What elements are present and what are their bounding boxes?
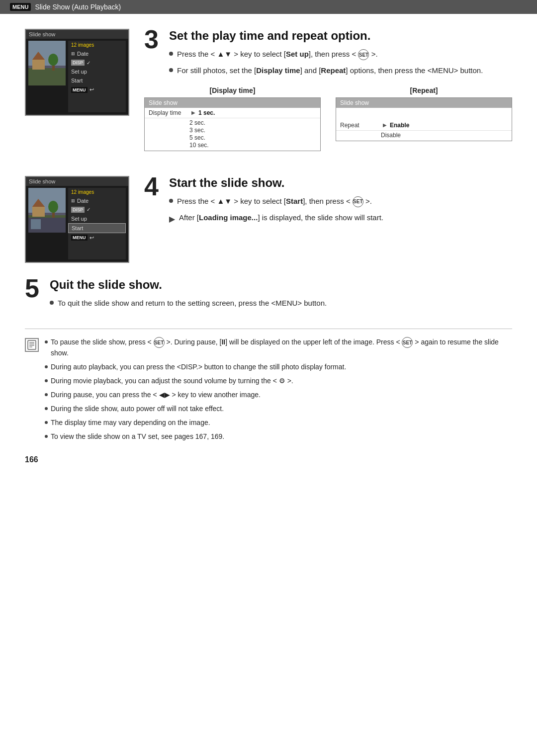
camera-image2 [28,188,66,233]
svg-rect-3 [32,60,45,70]
dt-val-3: 3 sec. [189,127,316,134]
bullet-arrow: ▶ [169,213,175,225]
note-5: During the slide show, auto power off wi… [51,404,224,414]
step5-bullets: To quit the slide show and return to the… [50,298,327,309]
header-title: Slide Show (Auto Playback) [35,3,121,11]
step3-bullet1: Press the < ▲▼ > key to select [Set up],… [177,49,378,60]
page-number: 166 [25,455,512,464]
repeat-screen-header: Slide show [336,98,512,108]
note-dot [45,435,48,438]
bullet-dot [169,52,173,56]
step3-bullets: Press the < ▲▼ > key to select [Set up],… [169,49,483,77]
step5-bullet1: To quit the slide show and return to the… [58,298,327,309]
page-header: MENU Slide Show (Auto Playback) [0,0,537,14]
menu-item-start: Start [68,76,126,85]
dt-val-5: 5 sec. [189,134,316,141]
menu-item-menu-back: MENU ↩ [68,85,126,94]
note-dot [45,379,48,382]
repeat-panel: [Repeat] Slide show Repeat ▶ Enable Disa… [336,86,512,151]
repeat-screen: Slide show Repeat ▶ Enable Disable [336,97,512,141]
menu-item-disp: DISP ✓ [68,58,126,67]
svg-point-13 [48,201,58,213]
main-content: Slide show [0,14,537,479]
svg-point-6 [48,54,58,66]
camera-screen-step4: Slide show [25,176,129,263]
display-time-row-label: Display time [149,109,188,116]
step3-row: Slide show [25,29,512,161]
step5-heading: Quit the slide show. [50,278,327,292]
svg-rect-15 [31,219,41,229]
note-dot [45,393,48,396]
note-icon [25,338,39,352]
repeat-values-list: Disable [336,131,512,141]
step5-row: 5 Quit the slide show. To quit the slide… [25,278,512,314]
repeat-row: Repeat ▶ Enable [336,120,512,131]
menu2-item-start-selected: Start [68,223,126,233]
menu-item-date: ⊞ Date [68,49,126,58]
note-dot [45,407,48,410]
svg-rect-16 [28,340,36,349]
camera-menu: 12 images ⊞ Date DISP ✓ Set up Start MEN… [68,41,126,112]
camera-screen4-header: Slide show [26,177,128,186]
note-dot [45,340,48,343]
display-time-row: Display time ▶ 1 sec. [145,108,320,118]
note-1: To pause the slide show, press < SET >. … [51,337,512,358]
display-time-label: [Display time] [144,86,321,94]
step4-heading: Start the slide show. [169,176,383,190]
step4-bullets: Press the < ▲▼ > key to select [Start], … [169,196,383,225]
note-3: During movie playback, you can adjust th… [51,376,293,386]
step3-content: 3 Set the play time and repeat option. P… [144,29,512,161]
display-time-value-1sec: 1 sec. [198,109,215,116]
bullet-dot [169,199,173,203]
menu2-item-setup: Set up [68,214,126,223]
display-time-screen: Slide show Display time ▶ 1 sec. 2 sec. … [144,97,321,151]
repeat-label: [Repeat] [336,86,512,94]
menu-item-images: 12 images [68,41,126,49]
menu-item-setup: Set up [68,67,126,76]
menu-badge: MENU [10,3,31,11]
note-6: The display time may vary depending on t… [51,418,210,428]
notes-section: To pause the slide show, press < SET >. … [25,329,512,445]
display-time-panel: [Display time] Slide show Display time ▶… [144,86,321,151]
display-time-screen-header: Slide show [145,98,320,108]
note-dot [45,421,48,424]
note-dot [45,365,48,368]
notes-bullets: To pause the slide show, press < SET >. … [45,337,512,445]
step4-bullet2: After [Loading image...] is displayed, t… [179,212,383,224]
menu2-item-menu-back: MENU ↩ [68,233,126,243]
step3-heading: Set the play time and repeat option. [169,29,483,43]
step4-number: 4 [144,173,164,199]
camera-screen-step3: Slide show [25,29,129,116]
step4-bullet1: Press the < ▲▼ > key to select [Start], … [177,196,372,207]
menu2-item-images: 12 images [68,188,126,196]
camera-screen-header: Slide show [26,30,128,39]
repeat-row-label: Repeat [340,122,380,129]
dt-val-2: 2 sec. [189,119,316,126]
step5-number: 5 [25,275,45,301]
notes-row: To pause the slide show, press < SET >. … [25,337,512,445]
note-7: To view the slide show on a TV set, see … [51,431,224,442]
repeat-enable: Enable [390,122,409,129]
step3-bullet2: For still photos, set the [Display time]… [177,65,483,77]
menu2-item-disp: DISP ✓ [68,205,126,214]
step3-number: 3 [144,26,164,52]
display-time-values-list: 2 sec. 3 sec. 5 sec. 10 sec. [145,118,320,151]
bullet-dot [169,68,173,72]
svg-rect-2 [28,68,66,85]
svg-rect-10 [32,207,45,217]
note-4: During pause, you can press the < ◀▶ > k… [51,390,261,400]
camera-menu2: 12 images ⊞ Date DISP ✓ Set up Start MEN… [68,188,126,259]
sub-panels: [Display time] Slide show Display time ▶… [144,86,512,151]
camera-image [28,41,66,85]
repeat-disable: Disable [381,132,508,139]
menu2-item-date: ⊞ Date [68,196,126,205]
step4-row: Slide show [25,176,512,263]
note-2: During auto playback, you can press the … [51,362,346,372]
bullet-dot [50,301,54,305]
dt-val-10: 10 sec. [189,142,316,149]
step4-content: 4 Start the slide show. Press the < ▲▼ >… [144,176,512,230]
